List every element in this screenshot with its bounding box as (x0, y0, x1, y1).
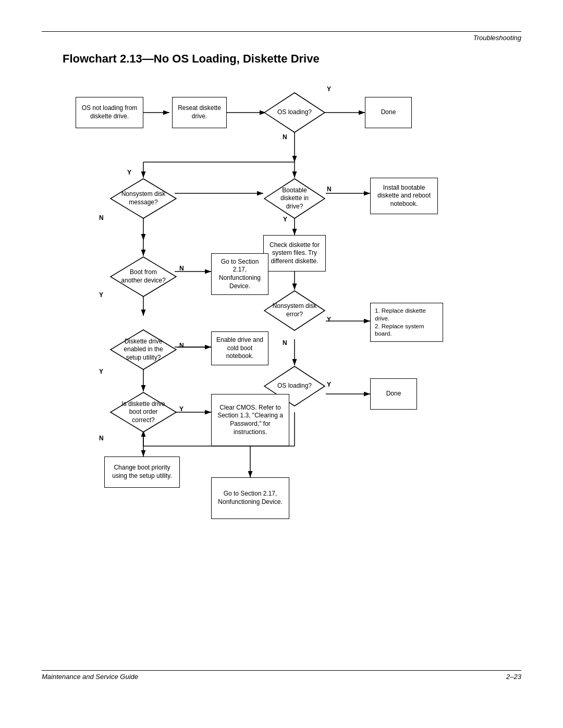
enable-drive-box: Enable drive and cold boot notebook. (211, 331, 268, 365)
page: Troubleshooting Flowchart 2.13—No OS Loa… (0, 0, 563, 728)
n-label-4: N (179, 265, 184, 272)
n-label-2: N (99, 214, 104, 221)
done-1-box: Done (365, 97, 412, 128)
y-label-8: Y (179, 405, 183, 413)
y-label-7: Y (327, 381, 331, 388)
footer-left: Maintenance and Service Guide (42, 673, 138, 681)
diskette-boot-diamond: Is diskette drive boot order correct? (109, 391, 177, 433)
bootable-diskette-diamond: Bootable diskette in drive? (263, 178, 326, 219)
flowchart: OS not loading from diskette drive. Rese… (47, 81, 516, 655)
n-label-5: N (283, 339, 287, 347)
n-label-8: N (99, 435, 104, 442)
change-boot-box: Change boot priority using the setup uti… (104, 456, 180, 488)
reseat-box: Reseat diskette drive. (172, 97, 227, 128)
page-title: Flowchart 2.13—No OS Loading, Diskette D… (63, 52, 521, 66)
footer-rule (42, 670, 521, 671)
n-label-1: N (283, 133, 287, 141)
check-diskette-box: Check diskette for system files. Try dif… (263, 235, 326, 272)
clear-cmos-box: Clear CMOS. Refer to Section 1.3, "Clear… (211, 394, 289, 446)
os-loading-1-diamond: OS loading? (263, 92, 326, 133)
header-rule (42, 31, 521, 32)
footer: Maintenance and Service Guide 2–23 (42, 673, 521, 681)
os-not-loading-box: OS not loading from diskette drive. (76, 97, 143, 128)
goto-nonfunc-1-box: Go to Section 2.17, Nonfunctioning Devic… (211, 253, 268, 295)
n-label-6: N (179, 342, 184, 349)
y-label-2: Y (127, 169, 131, 176)
y-label-1: Y (327, 85, 331, 93)
n-label-3: N (327, 186, 332, 193)
diskette-enabled-diamond: Diskette drive enabled in the setup util… (109, 329, 177, 371)
replace-box: 1. Replace diskette drive. 2. Replace sy… (370, 303, 443, 342)
install-bootable-box: Install bootable diskette and reboot not… (370, 178, 438, 214)
goto-nonfunc-2-box: Go to Section 2.17, Nonfunctioning Devic… (211, 477, 289, 519)
footer-right: 2–23 (506, 673, 521, 681)
nonsystem-disk-err-diamond: Nonsystem disk error? (263, 290, 326, 331)
header-section: Troubleshooting (42, 34, 521, 42)
boot-another-diamond: Boot from another device? (109, 256, 177, 298)
done-2-box: Done (370, 378, 417, 410)
y-label-5: Y (327, 316, 331, 323)
y-label-4: Y (99, 291, 103, 299)
y-label-3: Y (283, 216, 287, 223)
y-label-6: Y (99, 368, 103, 375)
nonsystem-disk-msg-diamond: Nonsystem disk message? (109, 178, 177, 219)
